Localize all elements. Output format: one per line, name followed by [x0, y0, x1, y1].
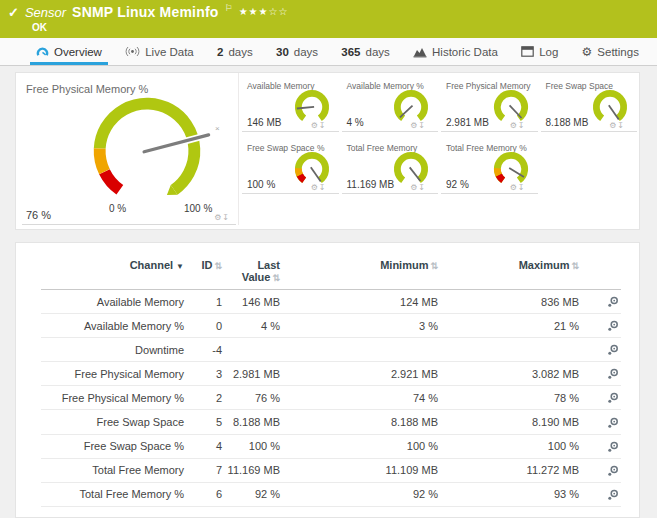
tab-historic-data[interactable]: Historic Data — [407, 38, 504, 65]
gauge-options-icons[interactable]: ⚙↧ — [311, 183, 327, 192]
small-gauge-cell[interactable]: Available Memory 146 MB ⚙↧ — [242, 79, 339, 132]
sensor-status-banner: ✓ Sensor SNMP Linux Meminfo ⚐ ★★★☆☆ OK — [0, 0, 657, 38]
gauge-options-icons[interactable]: ⚙↧ — [510, 183, 526, 192]
small-gauge-cell[interactable]: Free Physical Memory 2.981 MB ⚙↧ — [441, 79, 538, 132]
channel-name-cell: Available Memory — [41, 290, 186, 314]
column-header-channel[interactable]: Channel▼ — [41, 257, 186, 290]
tab-live-data[interactable]: Live Data — [119, 38, 200, 65]
channel-row[interactable]: Free Physical Memory 3 2.981 MB 2.921 MB… — [41, 362, 621, 386]
priority-flag-icon[interactable]: ⚐ — [225, 3, 233, 13]
channel-settings-gears-icon[interactable] — [607, 441, 619, 453]
tab-365-days[interactable]: 365 days — [335, 38, 395, 65]
gauge-options-icons[interactable]: ⚙↧ — [311, 121, 327, 130]
sort-arrows-icon: ⇅ — [272, 273, 280, 283]
column-header-id[interactable]: ID⇅ — [186, 257, 224, 290]
channel-row[interactable]: Available Memory 1 146 MB 124 MB 836 MB — [41, 290, 621, 314]
channel-settings-gears-icon[interactable] — [607, 417, 619, 429]
column-header-last-value[interactable]: Last Value⇅ — [224, 257, 282, 290]
channel-edit-cell[interactable] — [581, 410, 621, 434]
column-header-edit — [581, 257, 621, 290]
channel-row[interactable]: Free Swap Space % 4 100 % 100 % 100 % — [41, 434, 621, 458]
main-gauge-value: 76 % — [26, 209, 51, 221]
tab-overview[interactable]: Overview — [30, 38, 108, 65]
gauge-options-icons[interactable]: ⚙↧ — [214, 213, 230, 222]
channel-edit-cell[interactable] — [581, 434, 621, 458]
gauge-scale-min: 0 % — [109, 203, 126, 214]
tab-2-days[interactable]: 2 days — [211, 38, 259, 65]
channel-row[interactable]: Available Memory % 0 4 % 3 % 21 % — [41, 314, 621, 338]
sort-arrows-icon: ⇅ — [430, 261, 438, 271]
small-gauge-cell[interactable]: Total Free Memory % 92 % ⚙↧ — [441, 141, 538, 194]
small-gauge-cell[interactable]: Free Swap Space % 100 % ⚙↧ — [242, 141, 339, 194]
gauge-value: 11.169 MB — [347, 179, 395, 190]
sort-caret-icon: ▼ — [176, 262, 184, 271]
channel-maximum-cell: 11.272 MB — [440, 458, 581, 482]
gauge-value: 100 % — [247, 179, 275, 190]
gauge-options-icons[interactable]: ⚙↧ — [510, 121, 526, 130]
table-header-row: Channel▼ ID⇅ Last Value⇅ Minimum⇅ Maximu… — [41, 257, 621, 290]
channel-edit-cell[interactable] — [581, 290, 621, 314]
channel-table: Channel▼ ID⇅ Last Value⇅ Minimum⇅ Maximu… — [41, 257, 621, 507]
channel-maximum-cell: 100 % — [440, 434, 581, 458]
channel-row[interactable]: Total Free Memory % 6 92 % 92 % 93 % — [41, 482, 621, 506]
channel-settings-gears-icon[interactable] — [607, 320, 619, 332]
channel-row[interactable]: Free Physical Memory % 2 76 % 74 % 78 % — [41, 386, 621, 410]
column-header-minimum[interactable]: Minimum⇅ — [282, 257, 440, 290]
channel-settings-gears-icon[interactable] — [607, 344, 619, 356]
small-gauge-cell[interactable]: Free Swap Space 8.188 MB ⚙↧ — [541, 79, 638, 132]
channel-minimum-cell: 124 MB — [282, 290, 440, 314]
gauge-tab-icon — [36, 46, 49, 58]
tab-30-days[interactable]: 30 days — [270, 38, 324, 65]
gauge-value: 4 % — [347, 117, 364, 128]
small-gauge-cell[interactable]: Available Memory % 4 % ⚙↧ — [342, 79, 439, 132]
channel-last-value-cell: 8.188 MB — [224, 410, 282, 434]
channel-minimum-cell: 8.188 MB — [282, 410, 440, 434]
gauge-options-icons[interactable]: ⚙↧ — [609, 121, 625, 130]
channel-settings-gears-icon[interactable] — [607, 489, 619, 501]
pin-icon: ↧ — [418, 121, 426, 130]
ok-check-icon: ✓ — [8, 5, 19, 20]
tab-log[interactable]: Log — [515, 38, 564, 65]
sensor-kind-label: Sensor — [25, 5, 66, 20]
channel-id-cell: -4 — [186, 338, 224, 362]
channel-maximum-cell: 93 % — [440, 482, 581, 506]
channel-edit-cell[interactable] — [581, 314, 621, 338]
channel-last-value-cell: 92 % — [224, 482, 282, 506]
channel-edit-cell[interactable] — [581, 362, 621, 386]
channel-edit-cell[interactable] — [581, 338, 621, 362]
channel-row[interactable]: Free Swap Space 5 8.188 MB 8.188 MB 8.19… — [41, 410, 621, 434]
channel-settings-gears-icon[interactable] — [607, 392, 619, 404]
channel-name-cell: Free Physical Memory % — [41, 386, 186, 410]
channel-last-value-cell: 76 % — [224, 386, 282, 410]
channel-id-cell: 2 — [186, 386, 224, 410]
channel-settings-gears-icon[interactable] — [607, 465, 619, 477]
limit-marker-icon: × — [215, 124, 220, 133]
main-gauge-cell[interactable]: Free Physical Memory % × 0 % 100 % 76 % … — [16, 73, 239, 225]
gauge-options-icons[interactable]: ⚙↧ — [410, 121, 426, 130]
gauge-alert-arc — [498, 175, 502, 180]
small-gauge-grid: Available Memory 146 MB ⚙↧ Available Mem… — [242, 79, 637, 194]
channel-id-cell: 1 — [186, 290, 224, 314]
channel-edit-cell[interactable] — [581, 482, 621, 506]
column-header-maximum[interactable]: Maximum⇅ — [440, 257, 581, 290]
channel-row[interactable]: Downtime -4 — [41, 338, 621, 362]
channel-id-cell: 3 — [186, 362, 224, 386]
pin-icon: ↧ — [222, 213, 230, 222]
channel-edit-cell[interactable] — [581, 386, 621, 410]
channel-name-cell: Free Swap Space — [41, 410, 186, 434]
gauge-options-icons[interactable]: ⚙↧ — [410, 183, 426, 192]
channel-row[interactable]: Total Free Memory 7 11.169 MB 11.109 MB … — [41, 458, 621, 482]
channel-edit-cell[interactable] — [581, 458, 621, 482]
pin-icon: ↧ — [319, 183, 327, 192]
star-rating[interactable]: ★★★☆☆ — [239, 6, 289, 17]
tab-settings[interactable]: ⚙ Settings — [576, 38, 645, 65]
log-table-icon — [521, 46, 534, 57]
gear-icon: ⚙ — [510, 121, 518, 130]
channel-settings-gears-icon[interactable] — [607, 296, 619, 308]
channel-settings-gears-icon[interactable] — [607, 368, 619, 380]
pin-icon: ↧ — [518, 121, 526, 130]
small-gauge-cell[interactable]: Total Free Memory 11.169 MB ⚙↧ — [342, 141, 439, 194]
channel-name-cell: Free Swap Space % — [41, 434, 186, 458]
gauge-value: 146 MB — [247, 117, 281, 128]
channel-maximum-cell: 78 % — [440, 386, 581, 410]
